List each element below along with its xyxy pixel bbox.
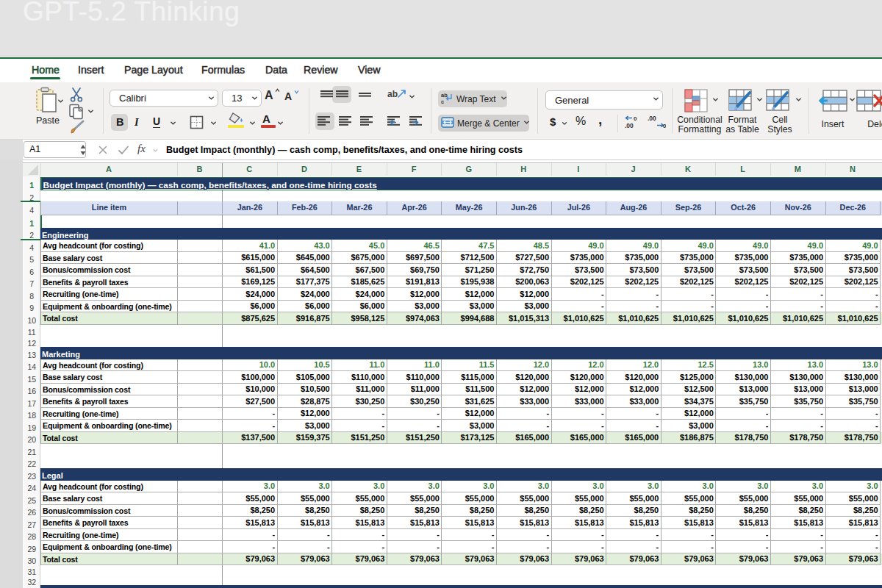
svg-text:ab: ab xyxy=(441,92,448,98)
svg-text:0: 0 xyxy=(634,115,637,122)
svg-text:c: c xyxy=(441,98,444,104)
svg-text:.00: .00 xyxy=(648,115,656,122)
svg-text:.00: .00 xyxy=(625,122,634,129)
